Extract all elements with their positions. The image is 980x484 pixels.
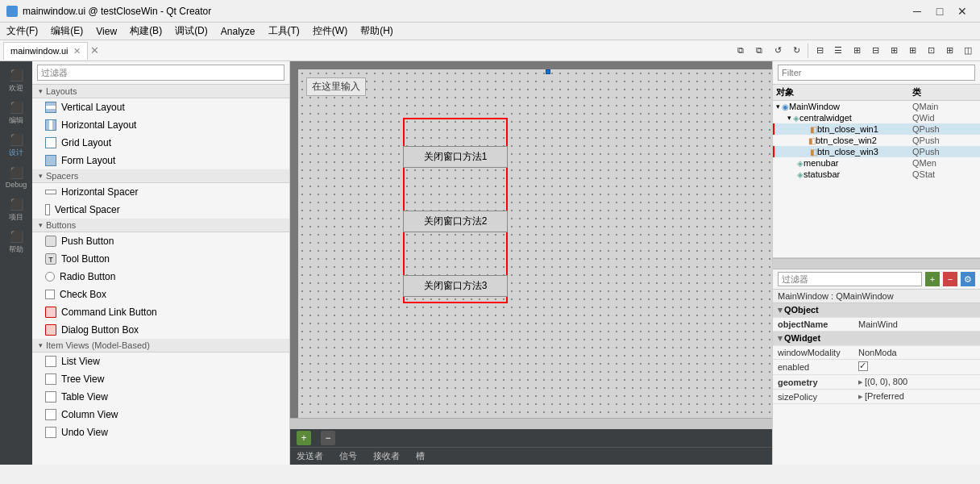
prop-config-button[interactable]: ⚙: [961, 272, 975, 286]
tree-item-name-btn_close_win1: btn_close_win1: [817, 124, 912, 134]
tree-hscroll[interactable]: [773, 258, 980, 269]
sidebar-item-grid-layout[interactable]: Grid Layout: [32, 134, 289, 152]
menubar-item-t[interactable]: 工具(T): [262, 23, 306, 40]
sidebar-filter-input[interactable]: [37, 65, 284, 81]
sidebar-item-radio-button[interactable]: Radio Button: [32, 268, 289, 286]
spacer-v-icon: [45, 204, 50, 215]
sidebar-item-form-layout[interactable]: Form Layout: [32, 152, 289, 169]
tree-item-statusbar[interactable]: ◈statusbarQStat: [773, 169, 980, 180]
sidebar-item-list-view[interactable]: List View: [32, 353, 289, 370]
sidebar-item-horizontal-spacer[interactable]: Horizontal Spacer: [32, 183, 289, 201]
prop-val-cell-sizePolicy[interactable]: ▸[Preferred: [853, 390, 980, 404]
properties-panel: ▾QObjectobjectNameMainWind▾QWidgetwindow…: [773, 303, 980, 465]
menubar-item-d[interactable]: 调试(D): [168, 23, 214, 40]
prop-expand-geometry[interactable]: ▸: [858, 377, 863, 386]
canvas-btn-2[interactable]: 关闭窗口方法2: [403, 211, 508, 232]
sidebar-section-spacers[interactable]: ▾Spacers: [32, 169, 289, 183]
sidebar-item-push-button[interactable]: Push Button: [32, 232, 289, 250]
left-nav-项目[interactable]: ⬛项目: [0, 194, 32, 226]
toolbar-align-bottom[interactable]: ⊞: [885, 42, 903, 60]
sidebar-item-horizontal-layout[interactable]: Horizontal Layout: [32, 116, 289, 134]
tree-item-name-menubar: menubar: [804, 158, 912, 168]
nav-label: 项目: [9, 212, 23, 223]
sidebar-item-command-link-button[interactable]: Command Link Button: [32, 303, 289, 321]
menubar-item-analyze[interactable]: Analyze: [214, 24, 262, 39]
sidebar-item-tool-button[interactable]: TTool Button: [32, 250, 289, 268]
resize-dot-top[interactable]: [546, 69, 550, 74]
toolbar-align-top[interactable]: ⊟: [866, 42, 884, 60]
tab-close-icon[interactable]: ✕: [73, 46, 81, 56]
tree-item-centralwidget[interactable]: ▾◈centralwidgetQWid: [773, 112, 980, 123]
sidebar-section-layouts[interactable]: ▾Layouts: [32, 85, 289, 98]
toolbar-icon-7[interactable]: ◫: [959, 42, 977, 60]
toolbar-align-center[interactable]: ☰: [829, 42, 847, 60]
menubar-item-w[interactable]: 控件(W): [306, 23, 354, 40]
properties-filter-input[interactable]: [778, 272, 922, 286]
toolbar-icon-2[interactable]: ⧉: [750, 42, 768, 60]
sidebar-item-vertical-spacer[interactable]: Vertical Spacer: [32, 201, 289, 219]
left-nav-Debug[interactable]: ⬛Debug: [0, 161, 32, 194]
canvas-scrollable[interactable]: 在这里输入 关闭窗口方法1 关闭窗口方法2 关闭窗口方法3: [290, 61, 772, 418]
sidebar-item-column-view[interactable]: Column View: [32, 406, 289, 424]
canvas-hscroll[interactable]: [290, 418, 772, 429]
tree-item-btn_close_win1[interactable]: ◧btn_close_win1QPush: [773, 123, 980, 135]
left-nav-帮助[interactable]: ⬛帮助: [0, 226, 32, 258]
toolbar-icon-5[interactable]: ⊡: [922, 42, 940, 60]
section-expand[interactable]: ▾: [778, 333, 783, 343]
prop-expand-sizePolicy[interactable]: ▸: [858, 391, 863, 401]
menubar-item-f[interactable]: 文件(F): [0, 23, 44, 40]
prop-remove-button[interactable]: −: [943, 272, 957, 286]
toolbar-icon-3[interactable]: ↺: [769, 42, 787, 60]
left-nav-编辑[interactable]: ⬛编辑: [0, 97, 32, 129]
canvas-background: [298, 69, 772, 418]
minimize-button[interactable]: ─: [906, 2, 928, 20]
menubar-item-e[interactable]: 编辑(E): [44, 23, 89, 40]
add-signal-button[interactable]: +: [297, 431, 311, 445]
sidebar-item-vertical-layout[interactable]: Vertical Layout: [32, 98, 289, 116]
tree-item-name-MainWindow: MainWindow: [789, 102, 912, 111]
left-nav-欢迎[interactable]: ⬛欢迎: [0, 65, 32, 97]
menubar-item-h[interactable]: 帮助(H): [354, 23, 400, 40]
menubar-item-b[interactable]: 构建(B): [123, 23, 168, 40]
tree-item-btn_close_win3[interactable]: ◧btn_close_win3QPush: [773, 146, 980, 157]
toolbar-align-left[interactable]: ⊟: [811, 42, 828, 60]
tree-arrow-centralwidget[interactable]: ▾: [787, 114, 791, 122]
toolbar-icon-1[interactable]: ⧉: [732, 42, 750, 60]
sidebar-item-table-view[interactable]: Table View: [32, 388, 289, 406]
toolbar-grid[interactable]: ⊞: [903, 42, 921, 60]
prop-name-cell-windowModality: windowModality: [773, 346, 853, 360]
prop-val-cell-enabled[interactable]: [853, 360, 980, 375]
canvas-btn-1[interactable]: 关闭窗口方法1: [403, 146, 508, 168]
prop-val-cell-windowModality[interactable]: NonModa: [853, 346, 980, 360]
toolbar-align-right[interactable]: ⊞: [848, 42, 866, 60]
maximize-button[interactable]: □: [928, 2, 951, 20]
sidebar-item-tree-view[interactable]: Tree View: [32, 370, 289, 388]
tree-item-MainWindow[interactable]: ▾◉MainWindowQMain: [773, 101, 980, 112]
sidebar-section-buttons[interactable]: ▾Buttons: [32, 219, 289, 232]
close-button[interactable]: ✕: [951, 2, 974, 20]
section-expand[interactable]: ▾: [778, 305, 783, 315]
tab-close-btn[interactable]: ✕: [90, 44, 99, 56]
tree-item-menubar[interactable]: ◈menubarQMen: [773, 157, 980, 169]
nav-label: 编辑: [9, 115, 23, 126]
prop-val-cell-geometry[interactable]: ▸[(0, 0), 800: [853, 375, 980, 390]
sidebar-item-undo-view[interactable]: Undo View: [32, 424, 289, 441]
sidebar-item-dialog-button-box[interactable]: Dialog Button Box: [32, 321, 289, 339]
toolbar-icon-4[interactable]: ↻: [787, 42, 805, 60]
remove-signal-button[interactable]: −: [321, 431, 335, 445]
left-nav-设计[interactable]: ⬛设计: [0, 129, 32, 161]
canvas-btn-3[interactable]: 关闭窗口方法3: [403, 275, 508, 297]
right-filter-input[interactable]: [778, 65, 975, 81]
canvas-input: 在这里输入: [306, 77, 366, 96]
file-tab[interactable]: mainwindow.ui ✕: [3, 42, 88, 60]
tree-arrow-MainWindow[interactable]: ▾: [776, 102, 780, 111]
toolbar-icon-6[interactable]: ⊞: [941, 42, 958, 60]
signal-sender-label: 发送者: [297, 450, 323, 462]
tree-item-btn_close_win2[interactable]: ◧btn_close_win2QPush: [773, 135, 980, 146]
prop-val-cell-objectName[interactable]: MainWind: [853, 318, 980, 332]
menubar-item-view[interactable]: View: [89, 24, 123, 39]
prop-add-button[interactable]: +: [925, 272, 940, 286]
sidebar-section-item-views-(model-based)[interactable]: ▾Item Views (Model-Based): [32, 339, 289, 353]
prop-checkbox-enabled[interactable]: [858, 361, 868, 371]
sidebar-item-check-box[interactable]: Check Box: [32, 286, 289, 303]
